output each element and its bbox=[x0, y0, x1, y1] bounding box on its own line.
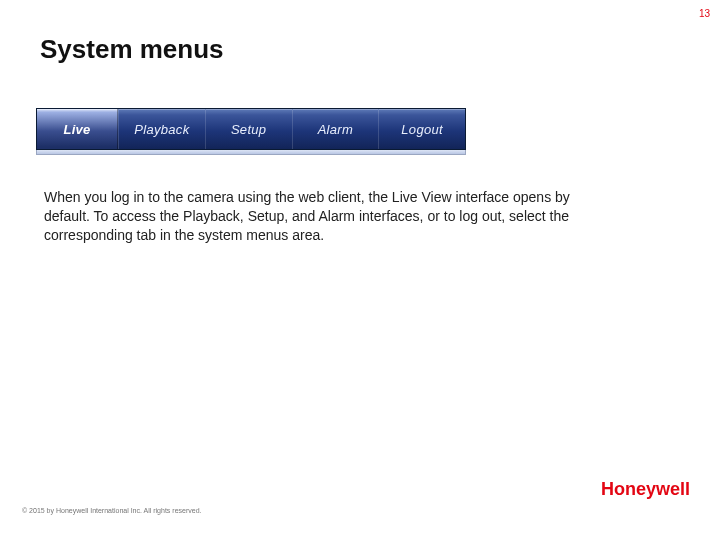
tab-strip: Live Playback Setup Alarm Logout bbox=[36, 108, 466, 150]
tab-playback-label: Playback bbox=[134, 122, 189, 137]
body-text: When you log in to the camera using the … bbox=[44, 188, 574, 245]
tab-setup[interactable]: Setup bbox=[205, 109, 292, 149]
slide-page: 13 System menus Live Playback Setup Alar… bbox=[0, 0, 720, 540]
tab-strip-underbar bbox=[36, 150, 466, 155]
tab-logout[interactable]: Logout bbox=[378, 109, 465, 149]
tab-playback[interactable]: Playback bbox=[118, 109, 205, 149]
tab-alarm-label: Alarm bbox=[318, 122, 353, 137]
tab-setup-label: Setup bbox=[231, 122, 266, 137]
copyright-text: © 2015 by Honeywell International Inc. A… bbox=[22, 507, 201, 514]
page-number: 13 bbox=[699, 8, 710, 19]
system-menu-bar: Live Playback Setup Alarm Logout bbox=[36, 108, 466, 155]
tab-live[interactable]: Live bbox=[37, 109, 118, 149]
tab-alarm[interactable]: Alarm bbox=[292, 109, 379, 149]
accent-cover bbox=[670, 56, 720, 540]
page-title: System menus bbox=[40, 34, 224, 65]
tab-logout-label: Logout bbox=[401, 122, 443, 137]
brand-logo: Honeywell bbox=[601, 479, 690, 500]
tab-live-label: Live bbox=[63, 122, 90, 137]
